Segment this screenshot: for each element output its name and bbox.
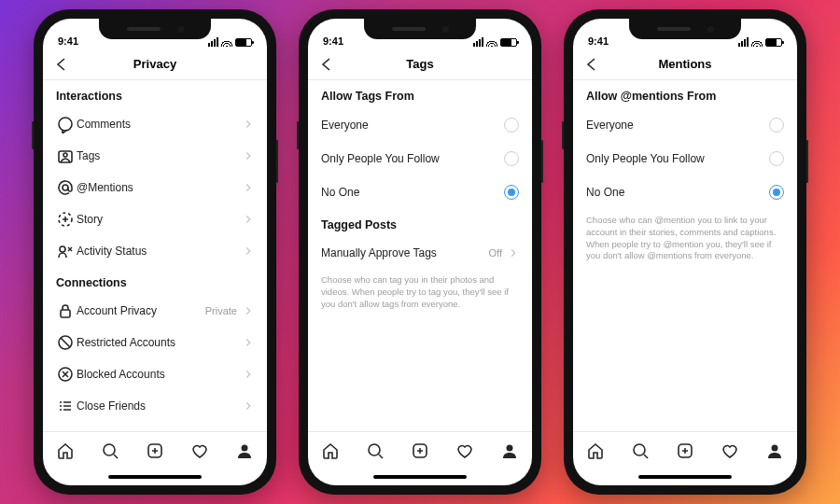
tab-activity-heart[interactable] <box>721 441 739 460</box>
tab-profile[interactable] <box>235 441 254 460</box>
row-story[interactable]: Story <box>43 203 267 235</box>
option-label: Everyone <box>586 119 634 132</box>
wifi-icon <box>221 38 232 47</box>
row-activity-status[interactable]: Activity Status <box>43 235 267 267</box>
option-2[interactable]: No One <box>308 175 532 209</box>
chevron-right-icon <box>243 337 254 348</box>
radio-icon <box>769 185 784 200</box>
status-right <box>208 37 252 47</box>
row-label: Account Privacy <box>77 304 205 317</box>
option-1[interactable]: Only People You Follow <box>308 142 532 175</box>
section-header: Allow Tags From <box>308 80 532 108</box>
chevron-right-icon <box>243 119 254 130</box>
helper-text: Choose who can @mention you to link to y… <box>573 209 797 262</box>
section-header: Connections <box>43 267 267 295</box>
page-title: Mentions <box>658 57 711 71</box>
tab-create[interactable] <box>411 441 429 460</box>
tab-search[interactable] <box>631 441 650 460</box>
chevron-right-icon <box>243 369 254 380</box>
signal-icon <box>738 37 749 47</box>
radio-icon <box>769 151 784 166</box>
row-value: Private <box>205 305 237 316</box>
row-blocked[interactable]: Blocked Accounts <box>43 358 267 390</box>
screen: 9:41 Tags Allow Tags From Everyone Only … <box>308 19 532 485</box>
row-close-friends[interactable]: Close Friends <box>43 390 267 422</box>
page-title: Privacy <box>133 57 176 71</box>
chevron-right-icon <box>243 245 254 257</box>
tab-create[interactable] <box>146 441 164 460</box>
row-restricted[interactable]: Restricted Accounts <box>43 327 267 358</box>
mention-icon <box>56 178 77 197</box>
restricted-icon <box>56 333 77 352</box>
tab-home[interactable] <box>321 441 340 460</box>
signal-icon <box>208 37 218 47</box>
svg-point-15 <box>634 444 645 455</box>
row-account-privacy[interactable]: Account Privacy Private <box>43 295 267 327</box>
row-label: @Mentions <box>77 181 243 194</box>
tab-activity-heart[interactable] <box>455 441 474 460</box>
tab-home[interactable] <box>586 441 605 460</box>
option-2[interactable]: No One <box>573 175 797 209</box>
screen: 9:41 Privacy Interactions Comments Tags … <box>43 19 267 485</box>
row-tags[interactable]: Tags <box>43 140 267 172</box>
option-label: Everyone <box>321 119 369 132</box>
story-icon <box>56 210 77 229</box>
back-button[interactable] <box>52 55 71 74</box>
tag-icon <box>56 147 77 165</box>
tab-profile[interactable] <box>765 441 784 460</box>
tab-home[interactable] <box>56 441 75 460</box>
row-mentions[interactable]: @Mentions <box>43 172 267 203</box>
tab-create[interactable] <box>676 441 694 460</box>
battery-icon <box>235 38 252 47</box>
content: Allow Tags From Everyone Only People You… <box>308 80 532 431</box>
option-0[interactable]: Everyone <box>308 108 532 142</box>
back-button[interactable] <box>317 55 336 74</box>
svg-point-17 <box>772 444 778 451</box>
section-header: Allow @mentions From <box>573 80 797 108</box>
radio-icon <box>504 185 519 200</box>
tab-activity-heart[interactable] <box>190 441 209 460</box>
chevron-right-icon <box>243 150 254 161</box>
home-indicator <box>573 469 797 485</box>
svg-point-14 <box>507 444 513 451</box>
radio-icon <box>504 151 519 166</box>
notch <box>629 19 741 39</box>
tab-bar <box>43 431 267 469</box>
svg-point-11 <box>242 444 248 451</box>
tab-search[interactable] <box>366 441 385 460</box>
helper-text: Choose who can tag you in their photos a… <box>308 269 532 310</box>
chevron-right-icon <box>243 182 254 193</box>
activity-icon <box>56 242 77 260</box>
back-button[interactable] <box>582 55 601 74</box>
home-indicator <box>43 469 267 485</box>
row-value: Off <box>489 247 502 259</box>
row-label: Activity Status <box>77 245 243 258</box>
content: Allow @mentions From Everyone Only Peopl… <box>573 80 797 431</box>
svg-rect-6 <box>61 310 70 317</box>
tab-search[interactable] <box>101 441 119 460</box>
status-right <box>738 37 782 47</box>
option-0[interactable]: Everyone <box>573 108 797 142</box>
row-label: Manually Approve Tags <box>321 246 489 259</box>
option-1[interactable]: Only People You Follow <box>573 142 797 175</box>
row-manually-approve[interactable]: Manually Approve Tags Off <box>308 237 532 269</box>
option-label: No One <box>586 186 624 199</box>
status-time: 9:41 <box>323 35 343 47</box>
section-header: Interactions <box>43 80 267 108</box>
svg-point-12 <box>369 444 380 455</box>
svg-point-5 <box>60 246 65 252</box>
tab-profile[interactable] <box>500 441 519 460</box>
battery-icon <box>765 38 782 47</box>
page-title: Tags <box>406 57 433 71</box>
chevron-right-icon <box>508 247 519 259</box>
status-time: 9:41 <box>588 35 609 47</box>
row-label: Restricted Accounts <box>77 336 243 349</box>
chevron-right-icon <box>243 305 254 316</box>
row-comments[interactable]: Comments <box>43 108 267 140</box>
option-label: Only People You Follow <box>321 152 440 165</box>
lock-icon <box>56 301 77 320</box>
status-right <box>473 37 517 47</box>
phone-frame: 9:41 Mentions Allow @mentions From Every… <box>564 9 806 495</box>
notch <box>99 19 211 39</box>
phone-frame: 9:41 Privacy Interactions Comments Tags … <box>34 9 276 495</box>
